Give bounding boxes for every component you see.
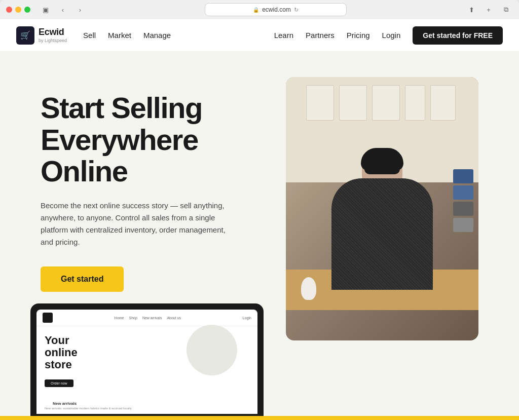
sketch-1 (306, 85, 334, 121)
browser-right-controls: ⬆ + ⧉ (464, 3, 513, 17)
tablet-order-button[interactable]: Order now (45, 379, 73, 387)
nav-links-left: Sell Market Manage (83, 31, 171, 40)
address-bar-wrapper: 🔒 ecwid.com ↻ (91, 3, 460, 16)
hero-heading-line3: Online (41, 155, 127, 187)
tablet-nav-new-arrivals: New arrivals (142, 316, 162, 320)
sketch-3 (372, 85, 400, 121)
new-tab-icon[interactable]: + (481, 3, 496, 17)
sketch-5 (430, 85, 456, 121)
person-jacket (331, 178, 433, 290)
hero-heading-line1: Start Selling (41, 91, 202, 124)
hero-heading-line2: Everywhere (41, 123, 198, 156)
share-icon[interactable]: ⬆ (464, 3, 478, 17)
hero-heading: Start Selling Everywhere Online (41, 92, 266, 187)
tablet-heading-line1: Your (45, 334, 69, 347)
nav-links-right: Learn Partners Pricing Login (274, 31, 401, 40)
tabs-icon[interactable]: ⧉ (499, 3, 513, 17)
tablet-nav-links: Home Shop New arrivals About us (115, 316, 181, 320)
tablet-nav-shop: Shop (129, 316, 137, 320)
website-content: 🛒 Ecwid by Lightspeed Sell Market Manage… (0, 19, 519, 420)
tablet-new-arrivals-desc: New arrivals: sustainable modern fabrics… (45, 407, 132, 410)
address-bar[interactable]: 🔒 ecwid.com ↻ (205, 3, 347, 16)
hero-photo (286, 77, 478, 420)
hero-cta-button[interactable]: Get started (41, 266, 124, 292)
tablet-nav-login: Login (243, 316, 251, 320)
nav-learn[interactable]: Learn (274, 31, 293, 40)
main-nav: 🛒 Ecwid by Lightspeed Sell Market Manage… (0, 19, 519, 52)
lock-icon: 🔒 (253, 7, 259, 13)
tablet-heading-line3: store (45, 358, 72, 371)
back-icon[interactable]: ‹ (56, 3, 70, 17)
yellow-bar (0, 416, 519, 420)
browser-controls: ▣ ‹ › (39, 3, 87, 17)
hero-section: Start Selling Everywhere Online Become t… (0, 52, 519, 420)
swatch-3 (453, 202, 473, 216)
swatch-1 (453, 169, 473, 183)
tablet-heading-line2: online (45, 346, 78, 359)
browser-titlebar: ▣ ‹ › 🔒 ecwid.com ↻ ⬆ + ⧉ (0, 0, 519, 19)
person-figure (326, 148, 438, 290)
maximize-button[interactable] (24, 7, 30, 13)
sketch-2 (339, 85, 367, 121)
minimize-button[interactable] (15, 7, 21, 13)
person-bangs (364, 167, 400, 174)
hero-description: Become the next online success story — s… (41, 200, 233, 248)
nav-sell[interactable]: Sell (83, 31, 96, 40)
nav-left: 🛒 Ecwid by Lightspeed Sell Market Manage (16, 26, 171, 45)
logo-sub-text: by Lightspeed (39, 38, 67, 44)
refresh-icon: ↻ (294, 7, 299, 13)
tablet-nav-home: Home (115, 316, 124, 320)
nav-pricing[interactable]: Pricing (347, 31, 370, 40)
logo-icon: 🛒 (16, 26, 34, 45)
browser-window: ▣ ‹ › 🔒 ecwid.com ↻ ⬆ + ⧉ 🛒 Ecwid (0, 0, 519, 420)
tablet-nav: Home Shop New arrivals About us Login (36, 310, 257, 326)
hero-image (286, 77, 478, 340)
tablet-screen: Home Shop New arrivals About us Login Yo… (36, 310, 257, 414)
swatch-4 (453, 218, 473, 232)
traffic-lights (6, 7, 30, 13)
vase (301, 277, 316, 300)
nav-login[interactable]: Login (382, 31, 401, 40)
nav-manage[interactable]: Manage (143, 31, 171, 40)
url-text: ecwid.com (262, 6, 291, 13)
tablet-mockup: Home Shop New arrivals About us Login Yo… (30, 303, 264, 420)
tablet-new-arrivals-section: New arrivals New arrivals: sustainable m… (45, 406, 132, 410)
sketch-4 (405, 85, 425, 121)
tablet-nav-about: About us (167, 316, 181, 320)
logo-text: Ecwid by Lightspeed (39, 27, 67, 43)
nav-cta-button[interactable]: Get started for FREE (413, 26, 503, 45)
swatch-2 (453, 185, 473, 200)
forward-icon[interactable]: › (73, 3, 87, 17)
fabric-swatches (453, 169, 473, 232)
close-button[interactable] (6, 7, 12, 13)
sidebar-toggle-icon[interactable]: ▣ (39, 3, 53, 17)
logo-main-text: Ecwid (39, 27, 67, 38)
logo[interactable]: 🛒 Ecwid by Lightspeed (16, 26, 67, 45)
nav-market[interactable]: Market (108, 31, 131, 40)
nav-right: Learn Partners Pricing Login Get started… (274, 26, 503, 45)
hero-left: Start Selling Everywhere Online Become t… (41, 82, 266, 420)
tablet-circle-decoration (187, 325, 237, 375)
nav-partners[interactable]: Partners (306, 31, 335, 40)
tablet-logo-icon (43, 313, 53, 323)
tablet-new-arrivals-label: New arrivals (53, 401, 77, 406)
